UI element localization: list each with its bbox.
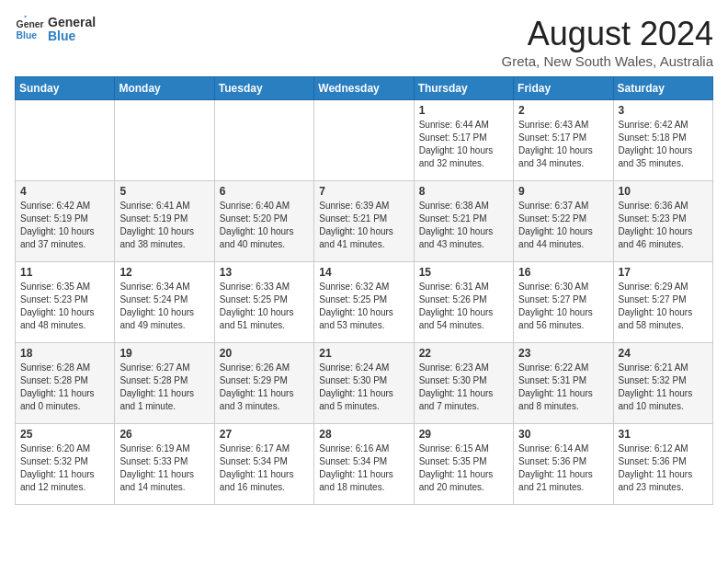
calendar-cell: 23Sunrise: 6:22 AM Sunset: 5:31 PM Dayli… <box>514 343 613 424</box>
day-number: 21 <box>319 347 408 360</box>
day-number: 29 <box>419 428 508 441</box>
calendar-cell <box>115 100 214 181</box>
day-number: 8 <box>419 185 508 198</box>
col-header-tuesday: Tuesday <box>214 77 313 100</box>
week-row-1: 4Sunrise: 6:42 AM Sunset: 5:19 PM Daylig… <box>16 181 713 262</box>
calendar-cell: 20Sunrise: 6:26 AM Sunset: 5:29 PM Dayli… <box>214 343 313 424</box>
svg-marker-2 <box>25 16 28 18</box>
day-number: 23 <box>518 347 608 360</box>
calendar-cell: 25Sunrise: 6:20 AM Sunset: 5:32 PM Dayli… <box>16 424 115 505</box>
col-header-saturday: Saturday <box>613 77 712 100</box>
week-row-3: 18Sunrise: 6:28 AM Sunset: 5:28 PM Dayli… <box>16 343 713 424</box>
location-subtitle: Greta, New South Wales, Australia <box>502 53 713 69</box>
day-number: 6 <box>220 185 309 198</box>
day-number: 19 <box>119 347 209 360</box>
day-info: Sunrise: 6:14 AM Sunset: 5:36 PM Dayligh… <box>518 442 608 494</box>
calendar-cell: 5Sunrise: 6:41 AM Sunset: 5:19 PM Daylig… <box>115 181 214 262</box>
day-number: 9 <box>518 185 608 198</box>
day-number: 3 <box>619 104 708 117</box>
day-info: Sunrise: 6:38 AM Sunset: 5:21 PM Dayligh… <box>419 200 508 251</box>
day-info: Sunrise: 6:16 AM Sunset: 5:34 PM Dayligh… <box>319 442 408 494</box>
calendar-cell: 16Sunrise: 6:30 AM Sunset: 5:27 PM Dayli… <box>514 262 613 343</box>
logo-general: General <box>48 16 96 29</box>
day-info: Sunrise: 6:42 AM Sunset: 5:18 PM Dayligh… <box>619 119 708 170</box>
day-info: Sunrise: 6:19 AM Sunset: 5:33 PM Dayligh… <box>119 442 209 494</box>
calendar-cell: 4Sunrise: 6:42 AM Sunset: 5:19 PM Daylig… <box>16 181 115 262</box>
day-number: 1 <box>419 104 508 117</box>
calendar-cell <box>314 100 414 181</box>
calendar-cell: 14Sunrise: 6:32 AM Sunset: 5:25 PM Dayli… <box>314 262 414 343</box>
col-header-wednesday: Wednesday <box>314 77 414 100</box>
calendar-cell: 29Sunrise: 6:15 AM Sunset: 5:35 PM Dayli… <box>414 424 513 505</box>
day-number: 27 <box>220 428 309 441</box>
day-info: Sunrise: 6:40 AM Sunset: 5:20 PM Dayligh… <box>220 200 309 251</box>
col-header-sunday: Sunday <box>16 77 115 100</box>
day-info: Sunrise: 6:33 AM Sunset: 5:25 PM Dayligh… <box>220 281 309 332</box>
col-header-thursday: Thursday <box>414 77 513 100</box>
day-info: Sunrise: 6:12 AM Sunset: 5:36 PM Dayligh… <box>619 442 708 494</box>
calendar-cell: 21Sunrise: 6:24 AM Sunset: 5:30 PM Dayli… <box>314 343 414 424</box>
day-number: 13 <box>220 266 309 279</box>
calendar-cell: 12Sunrise: 6:34 AM Sunset: 5:24 PM Dayli… <box>115 262 214 343</box>
calendar-cell: 11Sunrise: 6:35 AM Sunset: 5:23 PM Dayli… <box>16 262 115 343</box>
calendar-cell <box>16 100 115 181</box>
day-number: 18 <box>20 347 109 360</box>
calendar-cell: 26Sunrise: 6:19 AM Sunset: 5:33 PM Dayli… <box>115 424 214 505</box>
day-info: Sunrise: 6:28 AM Sunset: 5:28 PM Dayligh… <box>20 362 109 413</box>
day-number: 26 <box>119 428 209 441</box>
day-number: 30 <box>518 428 608 441</box>
day-info: Sunrise: 6:37 AM Sunset: 5:22 PM Dayligh… <box>518 200 608 251</box>
logo-blue: Blue <box>48 29 96 43</box>
day-number: 15 <box>419 266 508 279</box>
calendar-cell: 24Sunrise: 6:21 AM Sunset: 5:32 PM Dayli… <box>613 343 712 424</box>
day-info: Sunrise: 6:35 AM Sunset: 5:23 PM Dayligh… <box>20 281 109 332</box>
page-header: General Blue General Blue August 2024 Gr… <box>15 15 713 69</box>
day-info: Sunrise: 6:21 AM Sunset: 5:32 PM Dayligh… <box>619 362 708 413</box>
day-number: 22 <box>419 347 508 360</box>
day-info: Sunrise: 6:42 AM Sunset: 5:19 PM Dayligh… <box>20 200 109 251</box>
calendar-cell: 18Sunrise: 6:28 AM Sunset: 5:28 PM Dayli… <box>16 343 115 424</box>
day-info: Sunrise: 6:24 AM Sunset: 5:30 PM Dayligh… <box>319 362 408 413</box>
day-info: Sunrise: 6:29 AM Sunset: 5:27 PM Dayligh… <box>619 281 708 332</box>
day-info: Sunrise: 6:22 AM Sunset: 5:31 PM Dayligh… <box>518 362 608 413</box>
day-number: 14 <box>319 266 408 279</box>
day-number: 5 <box>119 185 209 198</box>
calendar-cell: 15Sunrise: 6:31 AM Sunset: 5:26 PM Dayli… <box>414 262 513 343</box>
day-info: Sunrise: 6:43 AM Sunset: 5:17 PM Dayligh… <box>518 119 608 170</box>
day-number: 11 <box>20 266 109 279</box>
calendar-cell: 9Sunrise: 6:37 AM Sunset: 5:22 PM Daylig… <box>514 181 613 262</box>
title-block: August 2024 Greta, New South Wales, Aust… <box>502 15 713 69</box>
week-row-2: 11Sunrise: 6:35 AM Sunset: 5:23 PM Dayli… <box>16 262 713 343</box>
day-info: Sunrise: 6:27 AM Sunset: 5:28 PM Dayligh… <box>119 362 209 413</box>
day-info: Sunrise: 6:26 AM Sunset: 5:29 PM Dayligh… <box>220 362 309 413</box>
day-info: Sunrise: 6:36 AM Sunset: 5:23 PM Dayligh… <box>619 200 708 251</box>
day-info: Sunrise: 6:30 AM Sunset: 5:27 PM Dayligh… <box>518 281 608 332</box>
day-number: 28 <box>319 428 408 441</box>
calendar-cell: 6Sunrise: 6:40 AM Sunset: 5:20 PM Daylig… <box>214 181 313 262</box>
day-info: Sunrise: 6:20 AM Sunset: 5:32 PM Dayligh… <box>20 442 109 494</box>
header-row: SundayMondayTuesdayWednesdayThursdayFrid… <box>16 77 713 100</box>
svg-text:Blue: Blue <box>17 30 38 40</box>
day-info: Sunrise: 6:15 AM Sunset: 5:35 PM Dayligh… <box>419 442 508 494</box>
col-header-friday: Friday <box>514 77 613 100</box>
col-header-monday: Monday <box>115 77 214 100</box>
calendar-cell: 17Sunrise: 6:29 AM Sunset: 5:27 PM Dayli… <box>613 262 712 343</box>
calendar-cell: 13Sunrise: 6:33 AM Sunset: 5:25 PM Dayli… <box>214 262 313 343</box>
day-info: Sunrise: 6:44 AM Sunset: 5:17 PM Dayligh… <box>419 119 508 170</box>
logo-icon: General Blue <box>15 15 44 44</box>
day-info: Sunrise: 6:41 AM Sunset: 5:19 PM Dayligh… <box>119 200 209 251</box>
calendar-cell: 2Sunrise: 6:43 AM Sunset: 5:17 PM Daylig… <box>514 100 613 181</box>
logo: General Blue General Blue <box>15 15 96 44</box>
calendar-cell: 8Sunrise: 6:38 AM Sunset: 5:21 PM Daylig… <box>414 181 513 262</box>
day-number: 17 <box>619 266 708 279</box>
calendar-cell <box>214 100 313 181</box>
day-number: 4 <box>20 185 109 198</box>
day-number: 24 <box>619 347 708 360</box>
calendar-table: SundayMondayTuesdayWednesdayThursdayFrid… <box>15 76 713 505</box>
calendar-cell: 30Sunrise: 6:14 AM Sunset: 5:36 PM Dayli… <box>514 424 613 505</box>
day-number: 16 <box>518 266 608 279</box>
day-number: 7 <box>319 185 408 198</box>
calendar-cell: 31Sunrise: 6:12 AM Sunset: 5:36 PM Dayli… <box>613 424 712 505</box>
day-number: 31 <box>619 428 708 441</box>
day-info: Sunrise: 6:32 AM Sunset: 5:25 PM Dayligh… <box>319 281 408 332</box>
